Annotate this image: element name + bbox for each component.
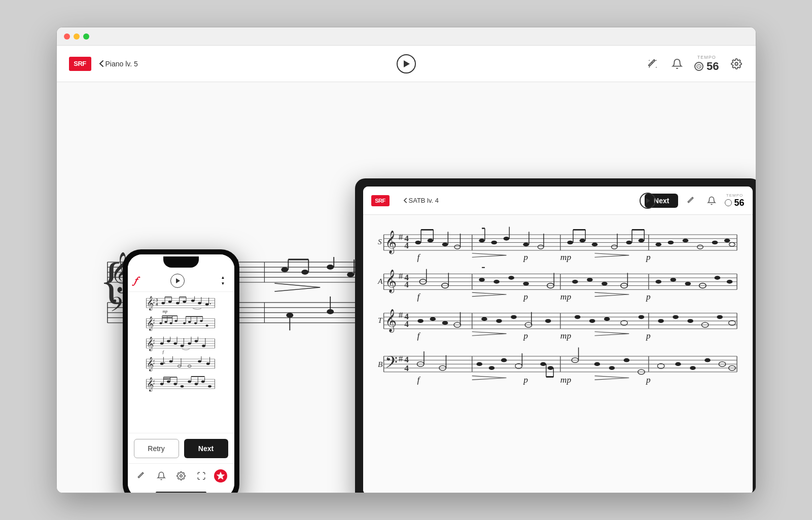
svg-point-106 [591,242,597,246]
svg-text:#: # [398,310,403,320]
wand-icon [647,58,658,69]
phone-stepper-down[interactable]: ▼ [218,281,228,286]
retry-button[interactable]: Retry [134,439,179,458]
phone-play-button[interactable] [170,274,185,288]
svg-point-334 [194,340,198,343]
svg-point-85 [415,241,421,245]
svg-point-163 [714,276,720,280]
svg-text:p: p [522,291,528,302]
svg-point-306 [188,321,190,323]
svg-point-298 [174,320,177,322]
desktop-tempo-clock-icon [694,62,703,71]
svg-point-41 [327,265,334,270]
phone-wand-button[interactable] [134,469,149,483]
phone-fullscreen-button[interactable] [194,469,208,483]
svg-point-269 [168,301,171,303]
phone-home-indicator [128,488,234,493]
svg-point-308 [200,320,202,322]
maximize-traffic-light[interactable] [83,33,89,40]
phone-fullscreen-icon [197,471,206,480]
svg-point-360 [206,362,209,365]
svg-point-90 [442,242,448,246]
svg-point-274 [183,301,186,303]
desktop-settings-button[interactable] [729,57,744,71]
svg-point-95 [491,241,497,245]
desktop-tempo-label: TEMPO [697,55,716,60]
svg-point-383 [201,381,204,383]
svg-point-230 [488,366,495,370]
svg-point-384 [208,385,211,388]
close-traffic-light[interactable] [64,33,70,40]
svg-point-164 [726,280,732,284]
phone-screen: 𝑓 ▲ ▼ 𝄞 # # 3 4 [128,254,234,493]
phone-header: 𝑓 ▲ ▼ [128,270,234,292]
svg-point-197 [604,317,610,321]
phone-star-button[interactable] [214,469,227,482]
phone-sheet-area: 𝄞 # # 3 4 [128,292,234,433]
svg-text:𝄞: 𝄞 [146,377,153,392]
svg-text:#: # [398,271,403,281]
svg-point-352 [164,362,165,363]
svg-point-43 [347,272,354,277]
svg-point-281 [205,303,208,306]
desktop-bell-button[interactable] [670,57,684,71]
svg-point-191 [511,315,517,319]
svg-point-102 [538,245,544,249]
svg-point-196 [589,319,595,323]
svg-point-119 [682,239,688,243]
phone-gear-button[interactable] [174,469,188,483]
phone-stepper[interactable]: ▲ ▼ [218,275,228,286]
desktop-play-button[interactable] [397,54,416,73]
svg-text:T: T [378,316,383,324]
tablet-wand-button[interactable] [684,194,698,208]
svg-point-243 [623,358,629,362]
svg-point-155 [587,278,593,282]
desktop-header-right: TEMPO 56 [646,55,743,73]
desktop-back-button[interactable]: Piano lv. 5 [99,60,138,68]
tablet-tempo-row: 56 [725,198,744,208]
svg-point-112 [626,241,632,245]
svg-text:#: # [153,361,155,365]
tablet-bell-button[interactable] [704,194,719,208]
svg-point-200 [658,319,664,323]
svg-text:p: p [645,375,651,385]
phone-star-icon [216,471,225,480]
svg-point-204 [717,315,723,319]
phone-stepper-up[interactable]: ▲ [218,275,228,280]
desktop-srf-logo: SRF [69,57,91,71]
desktop-wand-button[interactable] [646,57,660,71]
desktop-header: SRF Piano lv. 5 [57,46,756,82]
tablet-bell-icon [707,196,716,205]
svg-point-247 [690,366,696,370]
phone-home-bar [156,492,206,493]
svg-text:p: p [645,291,651,302]
svg-point-327 [167,340,170,343]
desktop-tempo-display: TEMPO 56 [694,55,719,73]
svg-text:f: f [417,252,420,262]
svg-text:p: p [522,252,528,262]
svg-point-231 [501,358,507,362]
tablet-back-button[interactable]: SATB lv. 4 [404,197,439,204]
gear-icon [731,58,742,69]
svg-point-184 [417,319,423,323]
svg-point-242 [609,366,615,370]
tablet-play-button[interactable] [640,193,656,209]
svg-text:#: # [153,382,155,385]
svg-point-235 [547,366,553,370]
svg-text:4: 4 [404,240,409,250]
desktop-tempo-row: 56 [694,60,719,73]
tablet-header: SRF SATB lv. 4 Next [363,187,753,215]
phone-next-button[interactable]: Next [184,439,228,458]
svg-point-358 [198,360,201,363]
minimize-traffic-light[interactable] [74,33,80,40]
svg-text:p: p [522,375,528,385]
svg-point-190 [496,319,502,323]
svg-point-110 [611,245,617,249]
svg-text:S: S [378,237,382,246]
svg-text:mp: mp [560,375,571,385]
svg-text:#: # [153,301,155,304]
svg-text:𝄞: 𝄞 [146,337,153,351]
phone-bell-button[interactable] [154,469,168,483]
svg-point-185 [430,317,436,321]
svg-point-87 [427,239,433,243]
